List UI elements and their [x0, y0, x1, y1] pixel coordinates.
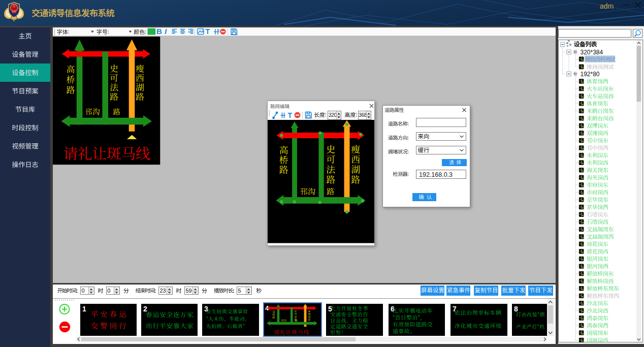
svg-text:T: T — [288, 111, 293, 119]
svg-text:5: 5 — [328, 305, 332, 313]
svg-text:1: 1 — [82, 305, 86, 313]
svg-text:7: 7 — [453, 305, 457, 313]
svg-text:8: 8 — [514, 305, 518, 313]
svg-text:I: I — [165, 27, 167, 36]
svg-text:T: T — [206, 27, 210, 36]
svg-text:B: B — [156, 27, 162, 36]
svg-text:2: 2 — [143, 305, 147, 313]
